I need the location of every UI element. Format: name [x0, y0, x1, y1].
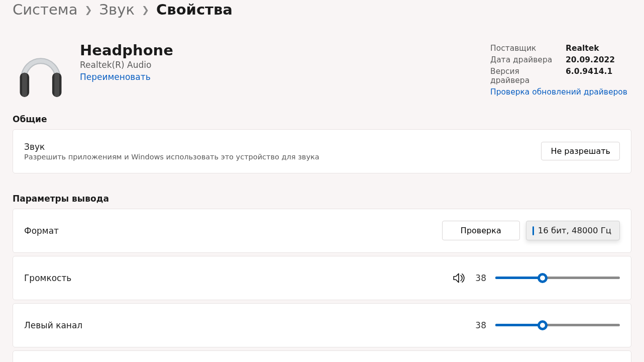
rename-link[interactable]: Переименовать — [80, 72, 173, 82]
driver-info: Поставщик Realtek Дата драйвера 20.09.20… — [490, 44, 627, 99]
svg-rect-3 — [54, 72, 59, 97]
volume-slider[interactable] — [495, 273, 620, 283]
format-value: 16 бит, 48000 Гц — [538, 226, 611, 235]
device-subtitle: Realtek(R) Audio — [80, 60, 173, 70]
audio-permission-desc: Разрешить приложениям и Windows использо… — [24, 153, 319, 161]
section-output-title: Параметры вывода — [13, 194, 631, 204]
driver-version-label: Версия драйвера — [490, 67, 556, 85]
driver-version-value: 6.0.9414.1 — [566, 67, 612, 85]
format-label: Формат — [24, 226, 59, 236]
disallow-button[interactable]: Не разрешать — [541, 142, 620, 160]
left-channel-label: Левый канал — [24, 320, 82, 330]
format-dropdown[interactable]: 16 бит, 48000 Гц — [526, 221, 620, 240]
audio-permission-label: Звук — [24, 142, 319, 152]
vendor-label: Поставщик — [490, 44, 556, 53]
vendor-value: Realtek — [566, 44, 599, 53]
check-updates-link[interactable]: Проверка обновлений драйверов — [490, 87, 627, 97]
speaker-icon[interactable] — [452, 272, 465, 285]
chevron-right-icon: ❯ — [142, 5, 149, 16]
breadcrumb-current: Свойства — [156, 1, 233, 19]
section-general-title: Общие — [13, 114, 631, 124]
breadcrumb-sound[interactable]: Звук — [99, 1, 135, 19]
left-channel-slider[interactable] — [495, 320, 620, 330]
chevron-right-icon: ❯ — [84, 5, 92, 16]
headphones-icon — [13, 39, 69, 99]
format-card: Формат Проверка 16 бит, 48000 Гц — [13, 209, 631, 253]
left-channel-value: 38 — [474, 320, 486, 330]
breadcrumb-system[interactable]: Система — [13, 1, 77, 19]
volume-card: Громкость 38 — [13, 256, 631, 300]
breadcrumb: Система ❯ Звук ❯ Свойства — [13, 0, 631, 19]
driver-date-label: Дата драйвера — [490, 55, 556, 64]
driver-date-value: 20.09.2022 — [566, 55, 615, 64]
audio-permission-card: Звук Разрешить приложениям и Windows исп… — [13, 129, 631, 173]
volume-value: 38 — [474, 273, 486, 283]
left-channel-card: Левый канал 38 — [13, 303, 631, 347]
svg-rect-1 — [22, 72, 27, 97]
volume-label: Громкость — [24, 273, 71, 283]
device-info: Headphone Realtek(R) Audio Переименовать — [13, 39, 173, 99]
test-button[interactable]: Проверка — [442, 221, 520, 240]
next-card-peek — [13, 350, 631, 362]
dropdown-accent-bar — [532, 226, 534, 235]
device-name: Headphone — [80, 39, 173, 59]
device-header: Headphone Realtek(R) Audio Переименовать… — [13, 39, 631, 99]
